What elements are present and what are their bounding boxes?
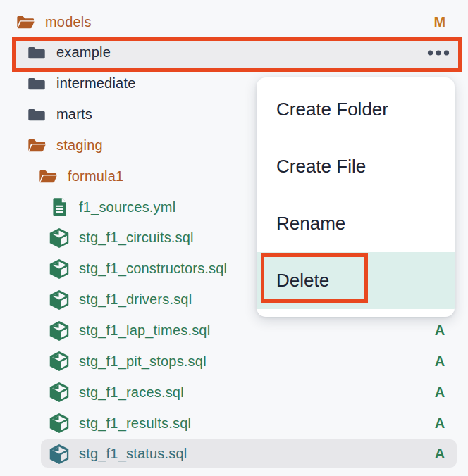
model-cube-icon [48,381,70,403]
folder-open-icon [14,11,37,33]
model-cube-icon [48,412,70,434]
context-menu-item-rename[interactable]: Rename [257,195,455,252]
folder-closed-icon [25,104,48,126]
context-menu-item-label: Create Folder [276,99,388,120]
git-status-badge: A [429,415,450,432]
tree-item-label: stg_f1_pit_stops.sql [79,353,207,370]
folder-open-icon [37,165,59,187]
yml-file-icon [48,196,70,218]
tree-item-label: staging [56,137,103,154]
model-cube-icon [48,289,70,311]
git-status-badge: M [429,14,450,30]
tree-item-label: formula1 [68,168,123,184]
annotation-box-delete-item [261,253,368,303]
tree-item-label: example [56,44,111,61]
tree-item-label: stg_f1_races.sql [79,384,184,401]
tree-row-stg-f1-lap-times-sql[interactable]: stg_f1_lap_times.sql A [0,315,468,346]
tree-item-label: stg_f1_lap_times.sql [79,322,210,339]
tree-row-stg-f1-races-sql[interactable]: stg_f1_races.sql A [0,377,468,408]
folder-closed-icon [25,73,48,95]
tree-item-label: stg_f1_circuits.sql [79,230,194,246]
tree-item-label: stg_f1_results.sql [79,415,191,432]
tree-item-label: stg_f1_drivers.sql [79,292,192,308]
tree-item-label: stg_f1_status.sql [79,446,187,462]
folder-open-icon [25,134,48,156]
tree-row-stg-f1-results-sql[interactable]: stg_f1_results.sql A [0,408,468,439]
git-status-badge: A [429,322,450,339]
model-cube-icon [48,320,70,342]
tree-row-stg-f1-status-sql[interactable]: stg_f1_status.sql A [0,439,468,470]
tree-row-stg-f1-pit-stops-sql[interactable]: stg_f1_pit_stops.sql A [0,346,468,377]
tree-item-label: models [45,14,92,30]
context-menu-item-create-folder[interactable]: Create Folder [257,81,455,138]
tree-row-example[interactable]: example [0,37,468,68]
context-menu-item-label: Rename [276,213,345,234]
git-status-badge: A [429,353,450,370]
context-menu-item-label: Create File [276,156,366,177]
model-cube-icon [48,443,70,465]
model-cube-icon [48,258,70,280]
tree-item-label: f1_sources.yml [79,199,176,215]
tree-row-models[interactable]: models M [0,6,468,37]
model-cube-icon [48,350,70,372]
model-cube-icon [48,227,70,249]
row-actions-menu-button[interactable] [427,50,450,56]
ellipsis-icon [427,50,450,56]
tree-item-label: intermediate [56,75,135,92]
context-menu-item-create-file[interactable]: Create File [257,138,455,195]
tree-item-label: stg_f1_constructors.sql [79,261,227,277]
git-status-badge: A [429,384,450,401]
file-tree-panel: models M example intermed [0,0,468,476]
folder-closed-icon [25,42,48,64]
git-status-badge: A [429,446,450,462]
tree-item-label: marts [56,106,92,123]
